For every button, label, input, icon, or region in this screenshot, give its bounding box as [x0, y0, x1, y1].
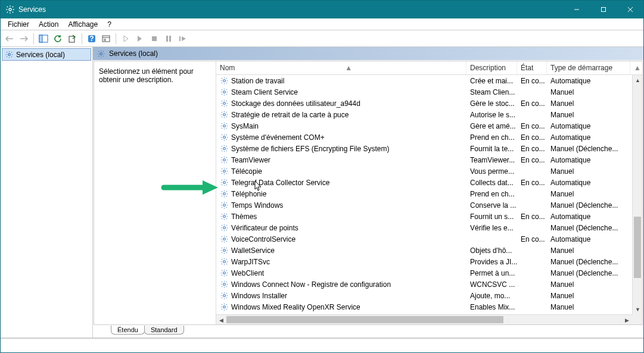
- service-gear-icon: [220, 144, 229, 153]
- service-row[interactable]: Système de fichiers EFS (Encrypting File…: [216, 143, 642, 154]
- svg-point-30: [223, 193, 226, 195]
- svg-point-20: [223, 80, 226, 82]
- service-name-cell: VoiceControlService: [216, 234, 466, 244]
- toolbar-separator: [33, 33, 34, 44]
- service-startup-cell: Manuel: [547, 166, 630, 176]
- service-state-cell: En co...: [517, 234, 547, 244]
- service-state-cell: [517, 245, 547, 255]
- column-header-state[interactable]: État: [517, 61, 547, 74]
- svg-point-38: [223, 283, 226, 286]
- horizontal-scrollbar[interactable]: ◀ ▶: [216, 314, 632, 324]
- forward-button[interactable]: [17, 32, 30, 45]
- service-gear-icon: [220, 212, 229, 221]
- service-row[interactable]: TeamViewerTeamViewer...En co...Automatiq…: [216, 154, 642, 165]
- start-service-button[interactable]: [119, 32, 132, 45]
- menu-file[interactable]: Fichier: [3, 19, 34, 30]
- service-startup-cell: Manuel: [547, 98, 630, 108]
- service-row[interactable]: Windows InstallerAjoute, mo...Manuel: [216, 290, 642, 301]
- service-row[interactable]: WalletServiceObjets d'hô...Manuel: [216, 245, 642, 256]
- scroll-left-button[interactable]: ◀: [216, 315, 226, 324]
- service-name-cell: Steam Client Service: [216, 87, 466, 97]
- menu-view[interactable]: Affichage: [63, 19, 102, 30]
- service-row[interactable]: Stockage des données utilisateur_a944dGè…: [216, 98, 642, 109]
- column-header-scroll-spacer: ▲: [630, 61, 640, 74]
- service-row[interactable]: Station de travailCrée et mai...En co...…: [216, 75, 642, 86]
- description-prompt: Sélectionnez un élément pour obtenir une…: [99, 67, 194, 84]
- service-row[interactable]: Telegraf Data Collector ServiceCollects …: [216, 177, 642, 188]
- service-row[interactable]: Temps WindowsConserve la ...Manuel (Décl…: [216, 199, 642, 211]
- svg-point-35: [223, 249, 226, 252]
- menu-action[interactable]: Action: [34, 19, 63, 30]
- service-startup-cell: Automatique: [547, 211, 630, 221]
- service-row[interactable]: WarpJITSvcProvides a JI...Manuel (Déclen…: [216, 256, 642, 267]
- status-bar: [1, 338, 643, 352]
- service-row[interactable]: Système d'événement COM+Prend en ch...En…: [216, 132, 642, 143]
- tab-standard[interactable]: Standard: [144, 326, 184, 335]
- service-desc-cell: WCNCSVC ...: [466, 279, 517, 289]
- minimize-button[interactable]: [563, 1, 590, 18]
- service-row[interactable]: Steam Client ServiceSteam Clien...Manuel: [216, 86, 642, 98]
- properties-button[interactable]: [99, 32, 113, 45]
- service-state-cell: En co...: [517, 211, 547, 221]
- scroll-down-button[interactable]: ▼: [633, 304, 642, 314]
- start-service-alt-button[interactable]: [133, 32, 147, 45]
- service-desc-cell: [466, 234, 517, 244]
- refresh-button[interactable]: [51, 32, 64, 45]
- close-button[interactable]: [617, 1, 643, 18]
- service-row[interactable]: TélécopieVous perme...Manuel: [216, 165, 642, 177]
- service-gear-icon: [220, 189, 229, 198]
- scroll-thumb[interactable]: [634, 217, 641, 278]
- service-startup-cell: Automatique: [547, 132, 630, 142]
- maximize-button[interactable]: [590, 1, 617, 18]
- column-header-startup[interactable]: Type de démarrage: [547, 61, 630, 74]
- scroll-right-button[interactable]: ▶: [622, 315, 632, 324]
- service-gear-icon: [220, 178, 229, 187]
- panel-header-title: Services (local): [109, 49, 158, 58]
- service-gear-icon: [220, 223, 229, 232]
- tree-root-services-local[interactable]: Services (local): [2, 48, 91, 61]
- stop-service-button[interactable]: [148, 32, 161, 45]
- svg-rect-2: [601, 8, 605, 12]
- help-button[interactable]: ?: [85, 32, 98, 45]
- service-desc-cell: Ajoute, mo...: [466, 290, 517, 301]
- svg-point-26: [223, 148, 226, 150]
- svg-point-23: [223, 114, 226, 116]
- service-name-cell: Windows Installer: [216, 290, 466, 301]
- service-desc-cell: Autorise le s...: [466, 110, 517, 120]
- service-desc-cell: Fournit la te...: [466, 143, 517, 154]
- service-startup-cell: Automatique: [547, 234, 630, 244]
- menubar: Fichier Action Affichage ?: [1, 18, 643, 30]
- service-startup-cell: Manuel (Déclenche...: [547, 268, 630, 278]
- service-row[interactable]: TéléphoniePrend en ch...Manuel: [216, 188, 642, 199]
- vertical-scrollbar[interactable]: ▲ ▼: [632, 75, 642, 314]
- service-row[interactable]: Vérificateur de pointsVérifie les e...Ma…: [216, 222, 642, 233]
- service-row[interactable]: SysMainGère et amé...En co...Automatique: [216, 120, 642, 132]
- service-gear-icon: [220, 121, 229, 130]
- service-row[interactable]: ThèmesFournit un s...En co...Automatique: [216, 211, 642, 222]
- service-row[interactable]: VoiceControlServiceEn co...Automatique: [216, 233, 642, 245]
- tree-pane: Services (local): [1, 47, 93, 338]
- service-desc-cell: Steam Clien...: [466, 87, 517, 97]
- column-header-description[interactable]: Description: [466, 61, 517, 74]
- tab-extended[interactable]: Étendu: [111, 326, 145, 335]
- export-button[interactable]: [66, 32, 79, 45]
- scroll-up-button[interactable]: ▲: [633, 75, 642, 85]
- services-list: Nom▲ Description État Type de démarrage …: [216, 61, 642, 324]
- service-row[interactable]: Windows Connect Now - Registre de config…: [216, 279, 642, 290]
- service-row[interactable]: Windows Mixed Reality OpenXR ServiceEnab…: [216, 301, 642, 313]
- service-startup-cell: Automatique: [547, 121, 630, 131]
- pause-service-button[interactable]: [162, 32, 175, 45]
- service-name-cell: TeamViewer: [216, 155, 466, 165]
- scroll-thumb[interactable]: [226, 316, 503, 323]
- service-name-cell: Système de fichiers EFS (Encrypting File…: [216, 143, 466, 154]
- service-state-cell: [517, 302, 547, 312]
- service-name-cell: WebClient: [216, 268, 466, 278]
- show-hide-tree-button[interactable]: [37, 32, 50, 45]
- column-header-name[interactable]: Nom▲: [216, 61, 466, 74]
- service-row[interactable]: Stratégie de retrait de la carte à puceA…: [216, 109, 642, 120]
- back-button[interactable]: [3, 32, 16, 45]
- restart-service-button[interactable]: [176, 32, 189, 45]
- service-row[interactable]: WebClientPermet à un...Manuel (Déclenche…: [216, 267, 642, 279]
- service-gear-icon: [220, 291, 229, 300]
- menu-help[interactable]: ?: [102, 19, 116, 30]
